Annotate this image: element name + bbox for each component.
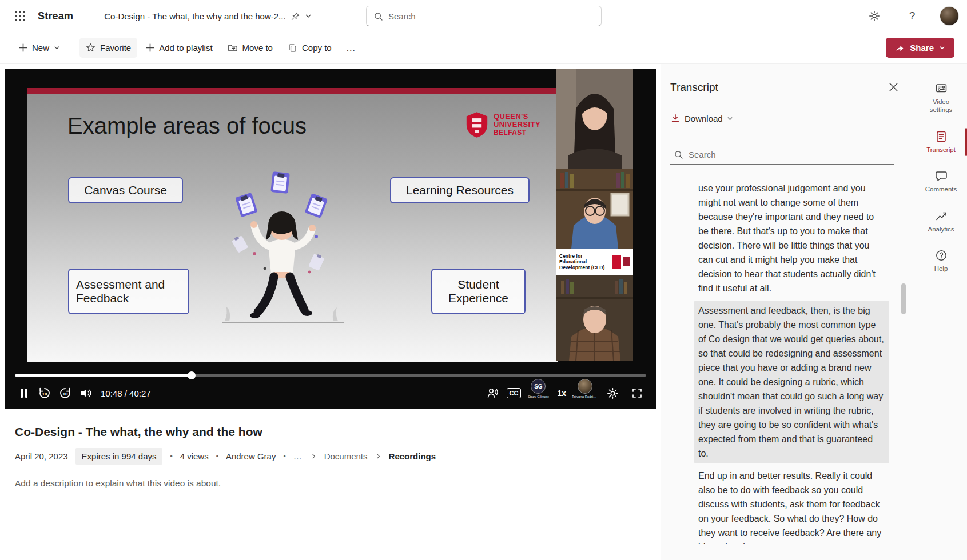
fullscreen-button[interactable] <box>627 383 647 403</box>
transcript-search[interactable] <box>670 145 894 165</box>
meta-separator: • <box>216 453 218 461</box>
transcript-scrollbar[interactable] <box>901 283 906 314</box>
webcam-banner: Centre for Educational Development (CED) <box>556 249 633 275</box>
command-bar: New Favorite Add to playlist Move to Cop… <box>0 32 967 64</box>
video-title: Co-Design - The what, the why and the ho… <box>15 425 656 439</box>
breadcrumb-documents[interactable]: Documents <box>324 451 368 461</box>
slide-content: Example areas of focus QUEEN'S UNIVERSIT… <box>27 88 558 362</box>
share-button-label: Share <box>910 43 934 53</box>
gear-icon <box>607 387 619 399</box>
speaker-attribution-button[interactable] <box>482 383 503 403</box>
copy-icon <box>288 43 297 53</box>
player-controls: 10 10 10:48 / 40:27 <box>5 381 656 405</box>
expires-badge: Expires in 994 days <box>75 448 163 465</box>
move-to-button[interactable]: Move to <box>221 38 279 58</box>
gear-icon <box>869 10 880 22</box>
seek-played <box>15 374 192 377</box>
meta-separator: • <box>170 453 172 461</box>
side-rail: Video settings Transcript Comments Analy… <box>915 64 967 560</box>
player-settings-button[interactable] <box>602 383 623 403</box>
rewind-10-icon: 10 <box>38 386 51 400</box>
waffle-icon <box>14 10 26 22</box>
transcript-panel: Transcript Download use your professiona… <box>661 64 915 560</box>
pause-button[interactable] <box>14 383 34 403</box>
rewind-10-button[interactable]: 10 <box>34 383 55 403</box>
speaker-avatar-1[interactable]: SG Stacy Gilmore <box>525 379 551 398</box>
download-icon <box>670 113 681 123</box>
settings-button[interactable] <box>864 6 885 26</box>
slide-box-student-experience: Student Experience <box>431 269 526 314</box>
rail-item-help[interactable]: Help <box>915 246 967 276</box>
rail-item-analytics[interactable]: Analytics <box>915 206 967 237</box>
meta-separator: • <box>283 453 285 461</box>
playback-speed-button[interactable]: 1x <box>555 389 568 398</box>
help-circle-icon <box>935 249 948 262</box>
transcript-search-input[interactable] <box>689 150 891 159</box>
time-display: 10:48 / 40:27 <box>101 389 151 398</box>
speaker-1-initials: SG <box>531 379 546 394</box>
logo-line-3: BELFAST <box>494 129 540 137</box>
global-search-input[interactable] <box>388 11 594 21</box>
app-name[interactable]: Stream <box>38 10 73 22</box>
transcript-entries: use your professional judgement and you … <box>670 178 906 544</box>
seek-bar[interactable] <box>15 374 646 377</box>
people-voice-icon <box>486 387 499 399</box>
close-transcript-button[interactable] <box>886 80 900 94</box>
toolbar-more-button[interactable]: … <box>340 39 363 57</box>
header-video-title: Co-Design - The what, the why and the ho… <box>104 11 285 21</box>
rail-item-video-settings[interactable]: Video settings <box>915 79 967 118</box>
app-launcher-button[interactable] <box>9 5 31 27</box>
webcam-column: Centre for Educational Development (CED) <box>556 69 633 361</box>
toolbar-divider <box>73 41 73 55</box>
slide-box-learning-resources: Learning Resources <box>390 177 530 203</box>
new-button[interactable]: New <box>13 38 66 58</box>
forward-10-icon: 10 <box>58 386 72 400</box>
copy-to-button[interactable]: Copy to <box>281 38 338 58</box>
webcam-feed-speaker-3 <box>556 275 633 361</box>
header-video-title-group[interactable]: Co-Design - The what, the why and the ho… <box>104 11 311 21</box>
ced-logo <box>612 255 621 269</box>
rail-item-comments[interactable]: Comments <box>915 166 967 197</box>
logo-line-2: UNIVERSITY <box>494 121 540 129</box>
favorite-button[interactable]: Favorite <box>79 38 137 58</box>
speaker-2-photo <box>578 379 592 394</box>
transcript-entry[interactable]: End up in and better results. Really it … <box>694 466 889 544</box>
svg-text:10: 10 <box>42 391 47 397</box>
volume-button[interactable] <box>75 383 96 403</box>
transcript-entry-active[interactable]: Assessment and feedback, then, is the bi… <box>694 301 889 463</box>
description-placeholder[interactable]: Add a description to explain what this v… <box>15 478 656 489</box>
speaker-avatar-2[interactable]: Tatyana Rodriguez <box>572 379 598 398</box>
captions-button[interactable]: CC <box>507 388 522 398</box>
breadcrumb-more-button[interactable]: … <box>293 451 303 461</box>
add-to-playlist-label: Add to playlist <box>159 43 212 53</box>
help-button[interactable]: ? <box>902 6 922 26</box>
forward-10-button[interactable]: 10 <box>55 383 75 403</box>
webcam-banner-text: Centre for Educational Development (CED) <box>559 253 610 271</box>
global-search[interactable] <box>366 6 602 26</box>
view-count: 4 views <box>180 451 209 461</box>
seek-knob[interactable] <box>188 371 196 379</box>
chevron-down-icon <box>727 115 733 122</box>
share-button[interactable]: Share <box>886 38 954 58</box>
download-transcript-button[interactable]: Download <box>670 113 915 123</box>
video-settings-icon <box>935 82 948 95</box>
slide-illustration <box>202 168 362 334</box>
video-author[interactable]: Andrew Gray <box>226 451 276 461</box>
plus-icon <box>146 43 154 52</box>
transcript-icon <box>935 130 948 143</box>
rail-label-comments: Comments <box>925 185 957 193</box>
add-to-playlist-button[interactable]: Add to playlist <box>140 38 218 58</box>
transcript-entry[interactable]: use your professional judgement and you … <box>694 178 889 298</box>
video-player[interactable]: Example areas of focus QUEEN'S UNIVERSIT… <box>5 69 656 409</box>
speaker-1-name: Stacy Gilmore <box>528 395 550 398</box>
rail-item-transcript[interactable]: Transcript <box>915 127 967 157</box>
share-icon <box>895 43 905 53</box>
breadcrumb-recordings[interactable]: Recordings <box>389 451 436 461</box>
folder-move-icon <box>228 43 238 53</box>
analytics-icon <box>935 210 948 222</box>
move-to-label: Move to <box>242 43 273 53</box>
volume-icon <box>79 387 92 399</box>
user-avatar[interactable] <box>940 6 959 26</box>
webcam-feed-speaker-1 <box>556 69 633 169</box>
chevron-right-icon <box>311 453 317 459</box>
